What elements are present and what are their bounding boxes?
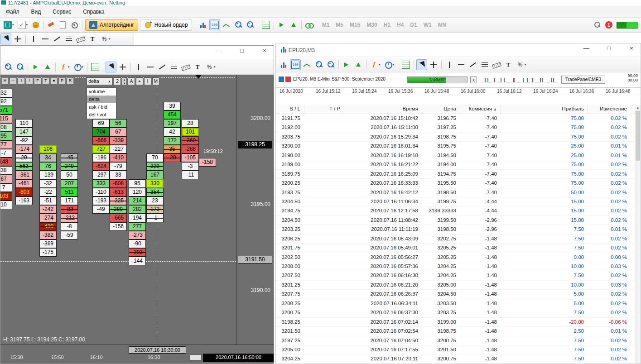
trade-panel-label[interactable]: TradePanelCME3: [561, 76, 605, 84]
table-row[interactable]: 3192.002020.07.16 15:11:003197.25-7.4075…: [276, 123, 635, 132]
ruler-button[interactable]: [180, 62, 191, 72]
chart-header-button-0[interactable]: H: [1, 77, 9, 84]
chart-arrow-u-button[interactable]: [353, 59, 364, 70]
zoom-in-button[interactable]: +: [233, 19, 244, 30]
new-order-button[interactable]: Новый ордер: [140, 19, 192, 31]
cluster100-button[interactable]: 100: [290, 59, 301, 70]
cursor-button[interactable]: [0, 34, 11, 44]
table-row[interactable]: 3204.252020.07.16 07:20:113200.75-1.487.…: [276, 354, 635, 364]
chart-check-button[interactable]: ▾: [16, 19, 29, 30]
cluster-button-m[interactable]: M: [152, 77, 159, 85]
dline-button[interactable]: [52, 34, 63, 44]
chart-arrow-r-button[interactable]: [30, 62, 41, 72]
table-row[interactable]: 3200.752020.07.16 06:37:303203.75-1.487.…: [276, 308, 635, 317]
table-row[interactable]: 3201.252020.07.16 06:21:203205.00-1.4810…: [276, 281, 635, 290]
column-header-tp[interactable]: T / P: [304, 105, 344, 114]
maximize-button[interactable]: □: [602, 45, 615, 52]
vline-button[interactable]: [133, 62, 144, 72]
text-button[interactable]: T: [503, 59, 514, 70]
cluster-button-i[interactable]: I: [144, 77, 151, 85]
chart-arrow-u-button[interactable]: [42, 62, 53, 72]
vline-button[interactable]: [444, 59, 455, 70]
cluster-chart-area[interactable]: H—I/FT●PR delta ▲ 2 ▲▼ A+IM volumedeltaa…: [0, 75, 274, 364]
table-row[interactable]: 3190.002020.07.16 16:19:183194.50-7.4025…: [276, 151, 635, 160]
fib-button[interactable]: [479, 59, 490, 70]
timeframe-w1[interactable]: W1: [421, 21, 434, 29]
dropdown-option-volume[interactable]: volume: [87, 88, 116, 96]
chart-header-button-3[interactable]: /: [26, 77, 33, 84]
grid-green-button[interactable]: [400, 59, 411, 70]
line-chart-button[interactable]: [302, 59, 313, 70]
table-row[interactable]: 3208.002020.07.16 05:57:363204.25-1.4810…: [276, 262, 635, 271]
period-spinner[interactable]: ▲▼: [122, 77, 127, 85]
close-strip-button[interactable]: x: [470, 77, 477, 83]
column-header-комиссия[interactable]: Комиссия▲: [460, 105, 501, 114]
column-header-sl[interactable]: S / L: [276, 105, 304, 114]
brush-button[interactable]: [46, 19, 57, 30]
chart-arrow-u-button[interactable]: [288, 19, 299, 30]
table-row[interactable]: 3200.252020.07.16 06:34:113203.50-1.485.…: [276, 299, 635, 308]
table-row[interactable]: 3202.502020.07.16 05:56:273205.25-1.480.…: [276, 253, 635, 262]
cluster-button-a[interactable]: A: [128, 77, 135, 85]
crosshair-button[interactable]: [117, 62, 128, 72]
zoom-out-button[interactable]: −: [245, 19, 255, 30]
ruler-button[interactable]: [491, 59, 502, 70]
table-row[interactable]: 3207.752020.07.16 06:26:373204.50-1.485.…: [276, 290, 635, 299]
bars-blue-button[interactable]: [198, 19, 208, 30]
table-row[interactable]: 3205.002020.07.16 07:17:553201.50-1.487.…: [276, 345, 635, 354]
collapsed-chart-strip[interactable]: EPU20, M3 E-Mini S&P 500: September 2020…: [276, 72, 641, 88]
chart-arrow-r-button[interactable]: [276, 19, 287, 30]
cursor-button[interactable]: [106, 62, 116, 72]
clock-button[interactable]: ▾: [383, 59, 396, 70]
clock-button[interactable]: ▾: [72, 62, 85, 72]
table-row[interactable]: 3201.752020.07.16 05:49:013205.25-1.487.…: [276, 244, 635, 253]
timeframe-h1[interactable]: H1: [381, 21, 393, 29]
hline-button[interactable]: [145, 62, 156, 72]
pct-button[interactable]: %▾: [515, 59, 528, 70]
timeframe-mn[interactable]: MN: [436, 21, 449, 29]
close-button[interactable]: ×: [258, 47, 271, 54]
cluster-button-+[interactable]: +: [136, 77, 143, 85]
timeframe-m5[interactable]: M5: [333, 21, 346, 29]
grid-green-button[interactable]: [260, 19, 271, 30]
fx-button[interactable]: ƒ▾: [369, 59, 382, 70]
line-chart-button[interactable]: [221, 19, 232, 30]
new-chart-button[interactable]: ▾: [2, 19, 15, 30]
crosshair-button[interactable]: [428, 59, 439, 70]
dline-button[interactable]: [467, 59, 478, 70]
table-row[interactable]: 3201.502020.07.16 07:02:543198.75-1.482.…: [276, 327, 635, 336]
search-icon[interactable]: [593, 21, 601, 29]
chart-header-button-1[interactable]: —: [10, 77, 17, 84]
notification-badge[interactable]: 1: [605, 21, 612, 29]
chart-header-button-6[interactable]: ●: [50, 77, 58, 84]
menu-item-вид[interactable]: Вид: [25, 7, 47, 16]
scroll-up-icon[interactable]: ▲: [635, 105, 641, 110]
column-header-время[interactable]: Время: [344, 105, 422, 114]
pct-button[interactable]: %▾: [204, 62, 217, 72]
target-button[interactable]: [69, 19, 80, 30]
page-button[interactable]: [58, 19, 68, 30]
chart-arrow-r-button[interactable]: [341, 59, 352, 70]
dropdown-option-delta[interactable]: delta: [87, 96, 116, 103]
timeframe-m30[interactable]: M30: [364, 21, 379, 29]
grid-green-button[interactable]: [90, 62, 101, 72]
crosshair-button[interactable]: [12, 34, 23, 44]
hline-button[interactable]: [456, 59, 467, 70]
timeframe-m15[interactable]: M15: [347, 21, 362, 29]
table-row[interactable]: 3198.252020.07.16 07:02:143199.00-1.48-2…: [276, 318, 635, 327]
dropdown-option-delvol[interactable]: del / vol: [87, 111, 116, 119]
chart-header-button-7[interactable]: P: [58, 77, 66, 84]
table-header[interactable]: S / LT / PВремяЦенаКомиссия▲ПрибыльИзмен…: [276, 105, 635, 114]
algo-trading-button[interactable]: Алготрейдинг: [85, 19, 138, 31]
trades-table[interactable]: 3191.752020.07.16 15:10:423196.75-7.4075…: [276, 114, 635, 364]
timeframe-h4[interactable]: H4: [395, 21, 406, 29]
link-button[interactable]: [304, 19, 315, 30]
zoom-in-button[interactable]: +: [3, 62, 14, 72]
fx-button[interactable]: ƒ▾: [58, 62, 71, 72]
vline-button[interactable]: [28, 34, 39, 44]
dropdown-option-askbid[interactable]: ask / bid: [87, 103, 116, 111]
table-row[interactable]: 3197.252020.07.16 07:04:503200.75-1.487.…: [276, 336, 635, 345]
vertical-scrollbar[interactable]: ▲: [635, 105, 641, 364]
timeframe-d1[interactable]: D1: [408, 21, 419, 29]
cursor-button[interactable]: [416, 59, 427, 70]
